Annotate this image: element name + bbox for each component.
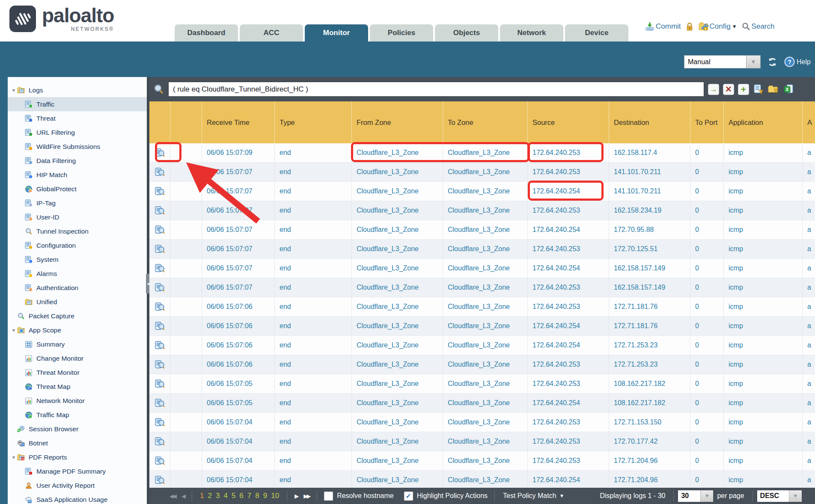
- cell-type[interactable]: end: [274, 374, 351, 393]
- column-header-destination[interactable]: Destination: [609, 101, 690, 143]
- tab-device[interactable]: Device: [565, 24, 628, 42]
- cell-receive-time[interactable]: 06/06 15:07:04: [202, 471, 274, 488]
- cell-action[interactable]: a: [802, 374, 815, 393]
- cell-type[interactable]: end: [274, 201, 351, 220]
- load-filter-button[interactable]: [768, 84, 779, 95]
- cell-from-zone[interactable]: Cloudflare_L3_Zone: [351, 259, 443, 278]
- cell-type[interactable]: end: [274, 259, 351, 278]
- cell-action[interactable]: a: [802, 201, 815, 220]
- test-policy-match-button[interactable]: Test Policy Match ▼: [503, 492, 564, 500]
- log-detail-button[interactable]: [149, 471, 170, 488]
- cell-receive-time[interactable]: 06/06 15:07:09: [202, 143, 274, 162]
- cell-source[interactable]: 172.64.240.253: [527, 432, 609, 451]
- column-header-from-zone[interactable]: From Zone: [351, 101, 443, 143]
- cell-from-zone[interactable]: Cloudflare_L3_Zone: [351, 278, 443, 297]
- cell-from-zone[interactable]: Cloudflare_L3_Zone: [351, 336, 443, 355]
- cell-application[interactable]: icmp: [723, 471, 802, 488]
- sidebar-item-system[interactable]: System: [8, 252, 147, 267]
- sidebar-item-hip-match[interactable]: HIP Match: [8, 168, 147, 182]
- cell-application[interactable]: icmp: [723, 143, 802, 162]
- page-number-4[interactable]: 4: [223, 492, 227, 500]
- log-detail-button[interactable]: [149, 451, 170, 470]
- cell-receive-time[interactable]: 06/06 15:07:07: [202, 163, 274, 181]
- sidebar-item-data-filtering[interactable]: Data Filtering: [8, 154, 147, 168]
- cell-type[interactable]: end: [274, 394, 351, 412]
- cell-to-zone[interactable]: Cloudflare_L3_Zone: [443, 336, 527, 355]
- prev-page-button[interactable]: ◀: [181, 493, 184, 499]
- sidebar-item-pdf-reports[interactable]: ▼PDFPDF Reports: [8, 450, 147, 464]
- cell-from-zone[interactable]: Cloudflare_L3_Zone: [351, 394, 443, 412]
- cell-source[interactable]: 172.64.240.253: [527, 240, 609, 258]
- tree-expander-icon[interactable]: ▼: [10, 88, 17, 93]
- cell-from-zone[interactable]: Cloudflare_L3_Zone: [351, 317, 443, 335]
- cell-source[interactable]: 172.64.240.254: [527, 394, 609, 412]
- cell-type[interactable]: end: [274, 317, 351, 335]
- page-number-3[interactable]: 3: [216, 492, 220, 500]
- page-number-1[interactable]: 1: [200, 492, 204, 500]
- cell-destination[interactable]: 141.101.70.211: [609, 163, 690, 181]
- tab-network[interactable]: Network: [500, 24, 563, 42]
- cell-application[interactable]: icmp: [723, 413, 802, 432]
- cell-application[interactable]: icmp: [723, 259, 802, 278]
- cell-action[interactable]: a: [802, 163, 815, 181]
- cell-receive-time[interactable]: 06/06 15:07:06: [202, 297, 274, 316]
- log-detail-button[interactable]: [149, 182, 170, 201]
- cell-receive-time[interactable]: 06/06 15:07:07: [202, 182, 274, 201]
- cell-source[interactable]: 172.64.240.254: [527, 220, 609, 239]
- export-button[interactable]: X: [783, 84, 794, 95]
- cell-action[interactable]: a: [802, 143, 815, 162]
- cell-action[interactable]: a: [802, 240, 815, 258]
- cell-from-zone[interactable]: Cloudflare_L3_Zone: [351, 374, 443, 393]
- cell-action[interactable]: a: [802, 317, 815, 335]
- sidebar-item-network-monitor[interactable]: Network Monitor: [8, 394, 147, 408]
- cell-type[interactable]: end: [274, 413, 351, 432]
- cell-destination[interactable]: 172.71.253.23: [609, 336, 690, 355]
- cell-application[interactable]: icmp: [723, 297, 802, 316]
- cell-type[interactable]: end: [274, 220, 351, 239]
- cell-application[interactable]: icmp: [723, 374, 802, 393]
- log-detail-button[interactable]: [149, 336, 170, 355]
- cell-application[interactable]: icmp: [723, 220, 802, 239]
- cell-to-zone[interactable]: Cloudflare_L3_Zone: [443, 374, 527, 393]
- cell-from-zone[interactable]: Cloudflare_L3_Zone: [351, 163, 443, 181]
- cell-receive-time[interactable]: 06/06 15:07:04: [202, 413, 274, 432]
- cell-source[interactable]: 172.64.240.254: [527, 182, 609, 201]
- cell-destination[interactable]: 108.162.217.182: [609, 394, 690, 412]
- page-number-5[interactable]: 5: [232, 492, 235, 500]
- last-page-button[interactable]: ▶▶: [303, 493, 309, 499]
- cell-action[interactable]: a: [802, 297, 815, 316]
- sidebar-item-user-id[interactable]: User-ID: [8, 210, 147, 224]
- column-header-receive-time[interactable]: Receive Time: [202, 101, 274, 143]
- commit-button[interactable]: Commit: [645, 22, 681, 31]
- cell-to-zone[interactable]: Cloudflare_L3_Zone: [443, 451, 527, 470]
- cell-source[interactable]: 172.64.240.254: [527, 471, 609, 488]
- sidebar-item-alarms[interactable]: Alarms: [8, 267, 147, 281]
- cell-source[interactable]: 172.64.240.253: [527, 163, 609, 181]
- log-detail-button[interactable]: [149, 220, 170, 239]
- cell-type[interactable]: end: [274, 297, 351, 316]
- tab-objects[interactable]: Objects: [435, 24, 498, 42]
- cell-destination[interactable]: 162.158.234.19: [609, 201, 690, 220]
- column-header-to-port[interactable]: To Port: [690, 101, 723, 143]
- cell-to-port[interactable]: 0: [690, 297, 723, 316]
- cell-destination[interactable]: 172.70.125.51: [609, 240, 690, 258]
- column-header-type[interactable]: Type: [274, 101, 351, 143]
- log-detail-button[interactable]: [149, 355, 170, 374]
- cell-action[interactable]: a: [802, 336, 815, 355]
- log-detail-button[interactable]: [149, 163, 170, 181]
- sidebar-item-saas-application-usage[interactable]: SaaS Application Usage: [8, 492, 147, 504]
- cell-type[interactable]: end: [274, 163, 351, 181]
- cell-destination[interactable]: 172.70.177.42: [609, 432, 690, 451]
- cell-source[interactable]: 172.64.240.253: [527, 201, 609, 220]
- cell-destination[interactable]: 172.71.153.150: [609, 413, 690, 432]
- cell-to-zone[interactable]: Cloudflare_L3_Zone: [443, 182, 527, 201]
- cell-type[interactable]: end: [274, 451, 351, 470]
- sidebar-item-unified[interactable]: Unified: [8, 295, 147, 309]
- cell-action[interactable]: a: [802, 220, 815, 239]
- cell-destination[interactable]: 172.71.204.96: [609, 471, 690, 488]
- cell-type[interactable]: end: [274, 182, 351, 201]
- cell-to-zone[interactable]: Cloudflare_L3_Zone: [443, 259, 527, 278]
- next-page-button[interactable]: ▶: [294, 493, 297, 499]
- sidebar-item-threat-map[interactable]: Threat Map: [8, 379, 147, 394]
- sidebar-item-app-scope[interactable]: ▼App Scope: [8, 323, 147, 337]
